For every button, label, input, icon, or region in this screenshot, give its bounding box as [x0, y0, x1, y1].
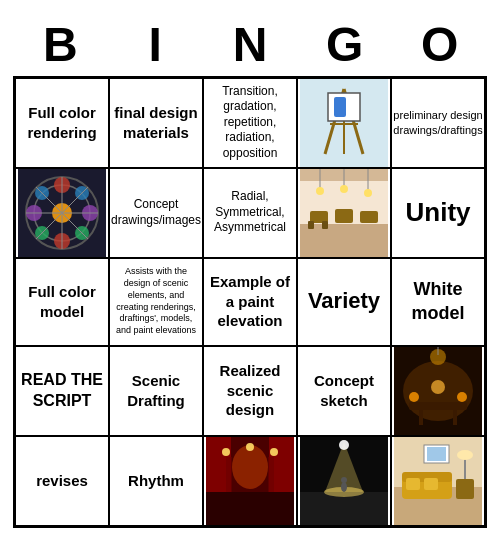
cell-text: READ THE SCRIPT: [20, 370, 104, 412]
svg-rect-34: [360, 211, 378, 223]
cell-r5c5: [391, 436, 485, 526]
cell-r3c4: Variety: [297, 258, 391, 346]
svg-rect-70: [424, 478, 438, 490]
cell-text: final design materials: [114, 103, 198, 142]
cell-text: Example of a paint elevation: [208, 272, 292, 331]
letter-b: B: [16, 17, 104, 72]
letter-o: O: [396, 17, 484, 72]
cell-r4c5: [391, 346, 485, 436]
svg-point-29: [340, 185, 348, 193]
svg-rect-69: [406, 478, 420, 490]
cell-r5c3: [203, 436, 297, 526]
cell-r2c5: Unity: [391, 168, 485, 258]
svg-rect-71: [456, 479, 474, 499]
svg-rect-6: [334, 97, 346, 117]
cell-r1c2: final design materials: [109, 78, 203, 168]
cell-r5c1: revises: [15, 436, 109, 526]
cell-text: Full color rendering: [20, 103, 104, 142]
cell-text: Realized scenic design: [208, 361, 292, 420]
svg-point-52: [222, 448, 230, 456]
svg-point-41: [457, 392, 467, 402]
svg-rect-36: [322, 221, 328, 229]
letter-g: G: [301, 17, 389, 72]
cell-r4c4: Concept sketch: [297, 346, 391, 436]
letter-i: I: [111, 17, 199, 72]
svg-point-31: [364, 189, 372, 197]
cell-text: Assists with the design of scenic elemen…: [114, 266, 198, 336]
cell-r5c2: Rhythm: [109, 436, 203, 526]
bingo-header: B I N G O: [13, 17, 487, 72]
cell-r2c3: Radial, Symmetrical, Asymmetrical: [203, 168, 297, 258]
cell-r3c5: White model: [391, 258, 485, 346]
cell-text: Scenic Drafting: [114, 371, 198, 410]
svg-point-73: [457, 450, 473, 460]
cell-r5c4: [297, 436, 391, 526]
cell-text: revises: [36, 471, 88, 491]
svg-point-39: [409, 392, 419, 402]
cell-r2c2: Concept drawings/images: [109, 168, 203, 258]
svg-point-63: [341, 477, 347, 483]
cell-r4c2: Scenic Drafting: [109, 346, 203, 436]
cell-r1c4: [297, 78, 391, 168]
cell-r1c3: Transition, gradation, repetition, radia…: [203, 78, 297, 168]
bingo-card: B I N G O Full color rendering final des…: [5, 9, 495, 536]
letter-n: N: [206, 17, 294, 72]
cell-r3c1: Full color model: [15, 258, 109, 346]
cell-r3c3: Example of a paint elevation: [203, 258, 297, 346]
cell-text: White model: [396, 278, 480, 325]
bingo-grid: Full color rendering final design materi…: [13, 76, 487, 528]
svg-point-53: [246, 443, 254, 451]
svg-point-51: [232, 445, 268, 489]
svg-rect-50: [206, 492, 294, 525]
cell-text: preliminary design drawings/draftings: [393, 108, 482, 137]
cell-r4c3: Realized scenic design: [203, 346, 297, 436]
svg-rect-44: [453, 410, 457, 425]
cell-text: Concept drawings/images: [111, 197, 201, 228]
cell-r4c1: READ THE SCRIPT: [15, 346, 109, 436]
cell-text: Rhythm: [128, 471, 184, 491]
svg-point-40: [431, 380, 445, 394]
svg-rect-55: [226, 457, 232, 492]
svg-rect-42: [409, 402, 467, 410]
cell-text: Full color model: [20, 282, 104, 321]
svg-rect-75: [427, 447, 446, 461]
cell-text: Transition, gradation, repetition, radia…: [208, 84, 292, 162]
cell-r2c1: [15, 168, 109, 258]
cell-r2c4: [297, 168, 391, 258]
svg-point-54: [270, 448, 278, 456]
svg-rect-33: [335, 209, 353, 223]
svg-rect-43: [419, 410, 423, 425]
svg-point-27: [316, 187, 324, 195]
cell-text: Radial, Symmetrical, Asymmetrical: [208, 189, 292, 236]
cell-text: Unity: [406, 196, 471, 230]
cell-r1c1: Full color rendering: [15, 78, 109, 168]
cell-r1c5: preliminary design drawings/draftings: [391, 78, 485, 168]
svg-rect-56: [268, 457, 274, 492]
svg-point-62: [341, 482, 347, 492]
cell-text: Variety: [308, 287, 380, 316]
cell-r3c2: Assists with the design of scenic elemen…: [109, 258, 203, 346]
svg-rect-35: [308, 221, 314, 229]
svg-point-60: [339, 440, 349, 450]
cell-text: Concept sketch: [302, 371, 386, 410]
